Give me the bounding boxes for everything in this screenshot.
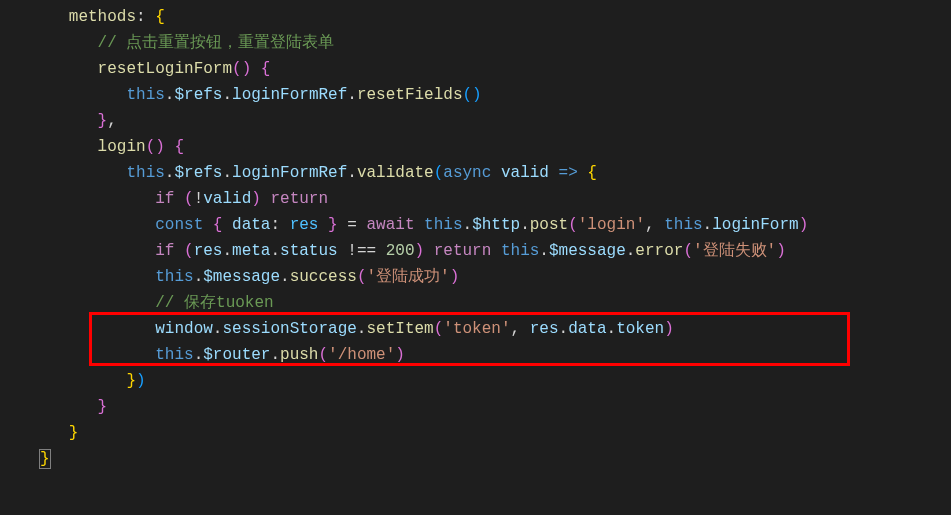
code-line[interactable]: // 保存tuoken — [40, 290, 951, 316]
code-line[interactable]: } — [40, 446, 951, 472]
code-line[interactable]: window.sessionStorage.setItem('token', r… — [40, 316, 951, 342]
code-line[interactable]: if (!valid) return — [40, 186, 951, 212]
code-line[interactable]: login() { — [40, 134, 951, 160]
code-line[interactable]: } — [40, 420, 951, 446]
fn-login: login — [98, 138, 146, 156]
code-line[interactable]: this.$message.success('登陆成功') — [40, 264, 951, 290]
code-line[interactable]: }) — [40, 368, 951, 394]
code-line[interactable]: this.$refs.loginFormRef.validate(async v… — [40, 160, 951, 186]
code-line[interactable]: methods: { — [40, 4, 951, 30]
closing-brace-cursor: } — [40, 450, 50, 468]
code-line[interactable]: this.$router.push('/home') — [40, 342, 951, 368]
code-line[interactable]: // 点击重置按钮，重置登陆表单 — [40, 30, 951, 56]
property-methods: methods — [69, 8, 136, 26]
code-line[interactable]: const { data: res } = await this.$http.p… — [40, 212, 951, 238]
code-line[interactable]: if (res.meta.status !== 200) return this… — [40, 238, 951, 264]
comment: // 保存tuoken — [155, 294, 273, 312]
comment: // 点击重置按钮，重置登陆表单 — [98, 34, 335, 52]
code-line[interactable]: this.$refs.loginFormRef.resetFields() — [40, 82, 951, 108]
code-editor[interactable]: methods: { // 点击重置按钮，重置登陆表单 resetLoginFo… — [0, 0, 951, 472]
code-line[interactable]: }, — [40, 108, 951, 134]
code-content[interactable]: methods: { // 点击重置按钮，重置登陆表单 resetLoginFo… — [40, 4, 951, 472]
code-line[interactable]: } — [40, 394, 951, 420]
fn-resetLoginForm: resetLoginForm — [98, 60, 232, 78]
code-line[interactable]: resetLoginForm() { — [40, 56, 951, 82]
